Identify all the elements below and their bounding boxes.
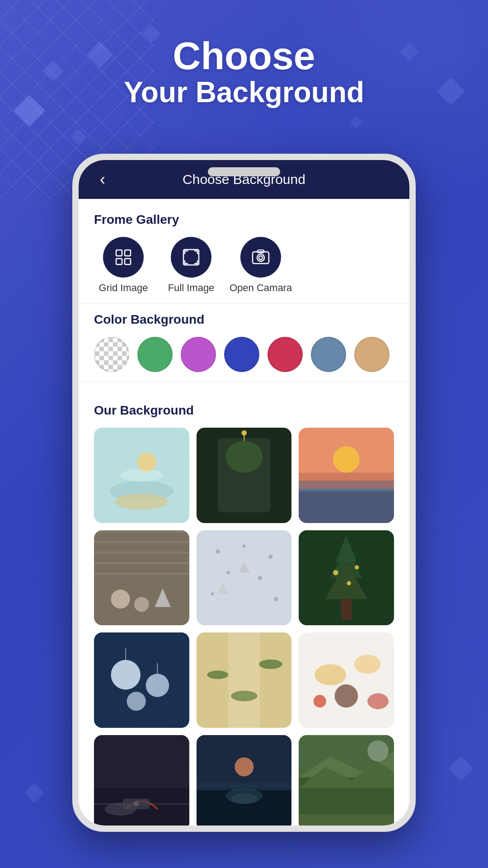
svg-rect-51 (94, 632, 189, 728)
background-thumbnail-12[interactable] (299, 735, 394, 826)
background-image-10 (94, 735, 189, 826)
svg-point-66 (335, 684, 358, 708)
divider-1 (79, 303, 409, 303)
background-thumbnail-10[interactable] (94, 735, 189, 826)
svg-point-37 (226, 571, 230, 574)
svg-point-22 (333, 446, 360, 473)
svg-point-61 (259, 660, 282, 669)
svg-point-35 (242, 544, 245, 547)
svg-point-16 (225, 441, 263, 472)
svg-rect-29 (94, 572, 189, 575)
back-button[interactable]: ‹ (91, 170, 114, 189)
svg-rect-85 (299, 815, 394, 826)
our-backgrounds-section: Our Background (94, 391, 394, 826)
svg-point-86 (367, 741, 389, 762)
page-header: Choose Your Background (0, 36, 488, 110)
app-content: Frome Gallery Grid Image (79, 199, 409, 826)
background-image-8 (197, 632, 292, 728)
camera-label: Open Camara (230, 282, 292, 294)
background-thumbnail-6[interactable] (299, 530, 394, 626)
background-thumbnail-9[interactable] (299, 632, 394, 728)
app-header: ‹ Choose Background (79, 160, 409, 199)
grid-image-icon (113, 247, 133, 267)
background-thumbnail-2[interactable] (197, 428, 292, 523)
svg-point-53 (146, 674, 169, 697)
gallery-item-camera[interactable]: Open Camara (230, 237, 292, 294)
camera-icon-bg (240, 237, 281, 278)
color-swatches-row (94, 337, 394, 372)
background-image-12 (299, 735, 394, 826)
our-backgrounds-title: Our Background (94, 403, 394, 418)
svg-rect-80 (197, 783, 292, 791)
svg-point-62 (231, 691, 258, 701)
svg-point-52 (111, 660, 141, 690)
svg-rect-23 (299, 491, 394, 523)
background-image-1 (94, 428, 189, 523)
background-image-3 (299, 428, 394, 523)
background-thumbnail-4[interactable] (94, 530, 189, 626)
from-gallery-section: Frome Gallery Grid Image (94, 212, 394, 294)
svg-point-54 (127, 692, 146, 711)
svg-point-77 (235, 757, 253, 776)
background-image-9 (299, 632, 394, 728)
svg-rect-74 (123, 798, 150, 809)
svg-point-11 (121, 469, 163, 481)
svg-point-13 (115, 494, 168, 509)
svg-point-64 (314, 665, 346, 686)
svg-rect-1 (125, 250, 131, 256)
svg-point-12 (137, 453, 156, 472)
svg-rect-3 (125, 259, 131, 264)
color-swatch-green[interactable] (137, 337, 173, 372)
background-thumbnail-3[interactable] (299, 428, 394, 523)
color-background-section: Color Background (94, 312, 394, 372)
color-swatch-transparent[interactable] (94, 337, 129, 372)
svg-rect-27 (94, 551, 189, 553)
svg-rect-59 (260, 632, 291, 728)
svg-point-30 (111, 590, 130, 609)
svg-point-65 (354, 655, 381, 674)
background-image-2 (197, 428, 292, 523)
svg-point-79 (231, 793, 258, 804)
color-swatch-navy[interactable] (224, 337, 259, 372)
svg-point-60 (207, 671, 228, 679)
svg-point-34 (216, 549, 220, 553)
background-image-6 (299, 530, 394, 626)
color-swatch-purple[interactable] (181, 337, 216, 372)
svg-point-18 (241, 430, 247, 436)
background-thumbnail-7[interactable] (94, 632, 189, 728)
background-image-11 (197, 735, 292, 826)
svg-rect-58 (197, 632, 228, 728)
svg-point-6 (257, 254, 264, 261)
background-thumbnail-8[interactable] (197, 632, 292, 728)
background-thumbnail-5[interactable] (197, 530, 292, 626)
svg-point-67 (367, 693, 389, 709)
svg-rect-25 (94, 530, 189, 533)
color-swatch-slate[interactable] (311, 337, 346, 372)
divider-2 (79, 381, 409, 382)
svg-point-7 (259, 256, 263, 259)
full-image-icon-bg (171, 237, 211, 278)
from-gallery-title: Frome Gallery (94, 212, 394, 227)
svg-point-36 (268, 555, 272, 559)
svg-rect-0 (116, 250, 122, 256)
backgrounds-grid (94, 428, 394, 826)
gallery-item-full[interactable]: Full Image (162, 237, 221, 294)
svg-point-38 (258, 576, 262, 580)
background-thumbnail-1[interactable] (94, 428, 189, 523)
svg-rect-47 (341, 599, 352, 620)
full-image-label: Full Image (168, 282, 215, 294)
gallery-item-grid[interactable]: Grid Image (94, 237, 153, 294)
svg-rect-63 (299, 632, 394, 728)
phone-mockup: ‹ Choose Background Frome Gallery (72, 154, 416, 832)
background-thumbnail-11[interactable] (197, 735, 292, 826)
color-swatch-red[interactable] (267, 337, 303, 372)
camera-icon (251, 247, 271, 267)
svg-rect-4 (183, 250, 199, 265)
svg-point-68 (314, 695, 326, 708)
phone-notch (208, 167, 280, 176)
full-image-icon (181, 247, 201, 267)
color-swatch-tan[interactable] (354, 337, 389, 372)
svg-rect-26 (94, 541, 189, 543)
phone-screen: ‹ Choose Background Frome Gallery (79, 160, 409, 826)
svg-point-49 (355, 565, 359, 569)
